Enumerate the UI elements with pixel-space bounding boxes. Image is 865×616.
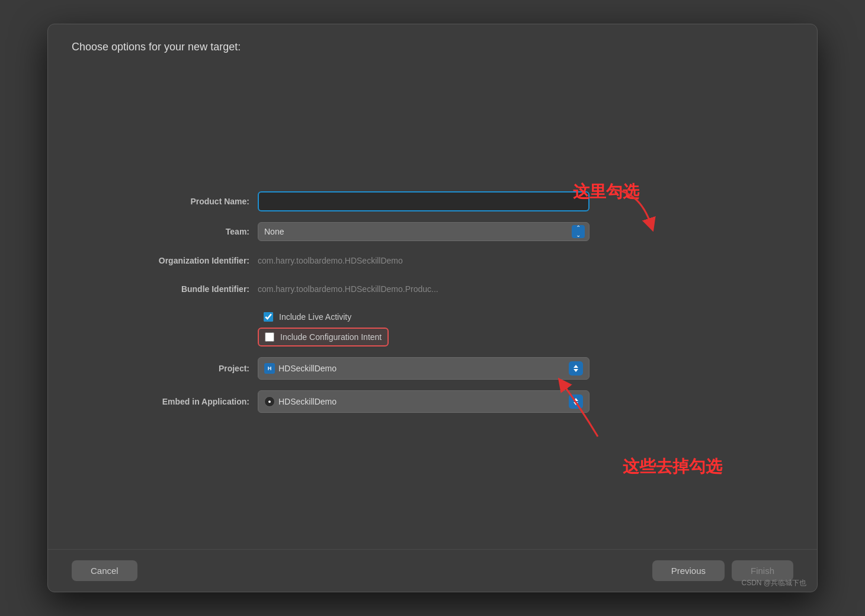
watermark: CSDN @兵临城下也 [741,578,806,588]
include-config-intent-checkbox[interactable] [265,332,274,342]
bundle-id-row: Bundle Identifier: com.harry.toolbardemo… [95,280,770,298]
embed-row: Embed in Application: ● HDSeckillDemo [95,390,770,413]
org-id-value: com.harry.toolbardemo.HDSeckillDemo [258,252,403,270]
team-row: Team: None [95,222,770,241]
include-config-intent-label: Include Configuration Intent [280,332,382,342]
dialog-content: Product Name: Team: None Organization Id… [48,65,817,549]
project-icon: H [264,363,275,374]
project-label: Project: [95,364,249,373]
product-name-control [258,191,590,211]
annotation-uncheck-these: 这些去掉勾选 [623,455,722,478]
org-id-row: Organization Identifier: com.harry.toolb… [95,252,770,270]
live-activity-row: Include Live Activity [258,309,389,325]
embed-chevron-icon [569,394,583,409]
project-value: HDSeckillDemo [278,364,564,373]
project-select[interactable]: H HDSeckillDemo [258,357,590,380]
dialog-title: Choose options for your new target: [72,41,241,53]
project-chevron-icon [569,361,583,376]
org-id-label: Organization Identifier: [95,256,249,265]
cancel-button[interactable]: Cancel [72,560,137,581]
include-live-activity-checkbox[interactable] [264,312,273,322]
product-name-label: Product Name: [95,197,249,206]
product-name-row: Product Name: [95,191,770,211]
team-select[interactable]: None [258,222,590,241]
bundle-id-value: com.harry.toolbardemo.HDSeckillDemo.Prod… [258,280,438,298]
project-row: Project: H HDSeckillDemo [95,357,770,380]
embed-value: HDSeckillDemo [278,397,564,406]
embed-label: Embed in Application: [95,397,249,406]
new-target-dialog: Choose options for your new target: Prod… [47,24,818,592]
checkboxes-row: Include Live Activity Include Configurat… [95,309,770,346]
app-icon: ● [264,396,275,407]
embed-select[interactable]: ● HDSeckillDemo [258,390,590,413]
dialog-footer: Cancel Previous Finish [48,549,817,592]
dialog-header: Choose options for your new target: [48,24,817,65]
team-label: Team: [95,227,249,236]
config-intent-row: Include Configuration Intent [258,328,389,346]
bundle-id-label: Bundle Identifier: [95,284,249,294]
product-name-input[interactable] [258,191,590,211]
team-select-wrapper: None [258,222,590,241]
include-live-activity-label: Include Live Activity [279,312,351,322]
checkbox-container: Include Live Activity Include Configurat… [258,309,389,346]
previous-button[interactable]: Previous [652,560,725,581]
